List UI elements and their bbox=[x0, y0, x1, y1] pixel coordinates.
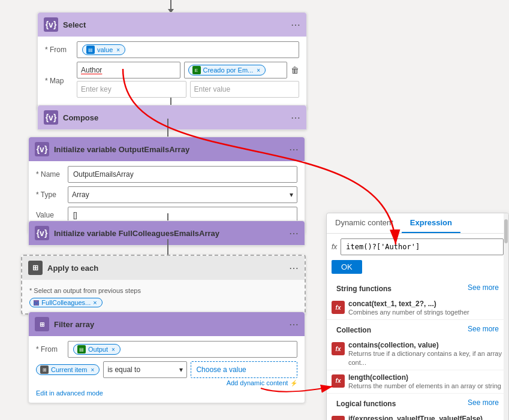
map-val-input[interactable]: E Creado por Em... × bbox=[184, 62, 288, 78]
value-label: Value bbox=[36, 211, 63, 219]
tab-expression[interactable]: Expression bbox=[402, 213, 460, 233]
select-output-label: * Select an output from previous steps bbox=[29, 285, 297, 295]
token-close-button[interactable]: × bbox=[116, 47, 120, 53]
select-from-row: * From ▤ value × bbox=[45, 41, 299, 58]
func-desc-length: Returns the number of elements in an arr… bbox=[348, 382, 504, 390]
apply-icon: ⊞ bbox=[28, 261, 43, 275]
map-label: * Map bbox=[45, 77, 72, 85]
apply-title: Apply to each bbox=[47, 264, 284, 273]
token-icon: ▤ bbox=[86, 46, 95, 54]
apply-menu-button[interactable]: ⋯ bbox=[289, 262, 299, 274]
func-text-concat: concat(text_1, text_2?, ...) Combines an… bbox=[348, 300, 504, 316]
full-icon: {v} bbox=[34, 300, 39, 306]
delete-map-row-button[interactable]: 🗑 bbox=[291, 65, 299, 75]
func-text-contains: contains(collection, value) Returns true… bbox=[348, 341, 504, 367]
compose-menu-button[interactable]: ⋯ bbox=[291, 112, 300, 123]
func-desc-contains: Returns true if a dictionary contains a … bbox=[348, 349, 504, 367]
expression-row: fx bbox=[327, 234, 508, 260]
current-item-token[interactable]: ⊞ Current item × bbox=[36, 364, 100, 375]
val-token-close[interactable]: × bbox=[257, 67, 260, 74]
compose-icon: {v} bbox=[44, 110, 58, 125]
select-card: {v} Select ⋯ * From ▤ value × * Map bbox=[37, 12, 307, 110]
apply-body: * Select an output from previous steps {… bbox=[22, 280, 305, 313]
choose-value-field[interactable]: Choose a value bbox=[191, 361, 297, 378]
apply-header: ⊞ Apply to each ⋯ bbox=[22, 256, 305, 280]
add-dynamic-button[interactable]: Add dynamic content bbox=[227, 378, 288, 388]
init-output-title: Initialize variable OutputEmailsArray bbox=[54, 145, 284, 154]
filter-from-row: * From ▤ Output × bbox=[36, 341, 297, 358]
string-see-more[interactable]: See more bbox=[468, 283, 504, 292]
collection-title: Collection bbox=[332, 322, 376, 336]
init-output-menu-button[interactable]: ⋯ bbox=[289, 144, 299, 155]
ci-icon: ⊞ bbox=[40, 365, 49, 374]
output-token[interactable]: ▤ Output × bbox=[73, 344, 121, 355]
filter-from-input[interactable]: ▤ Output × bbox=[68, 341, 297, 358]
filter-icon: ⊞ bbox=[35, 317, 49, 331]
type-dropdown[interactable]: Array ▾ bbox=[68, 186, 297, 203]
expression-input[interactable] bbox=[341, 238, 504, 255]
filter-title: Filter array bbox=[54, 320, 284, 329]
from-label: * From bbox=[45, 46, 72, 54]
collection-section: Collection See more bbox=[327, 320, 508, 338]
func-text-length: length(collection) Returns the number of… bbox=[348, 373, 504, 390]
edit-advanced-link[interactable]: Edit in advanced mode bbox=[36, 387, 297, 397]
func-icon-contains: fx bbox=[332, 342, 345, 355]
ci-close[interactable]: × bbox=[91, 367, 95, 373]
select-menu-button[interactable]: ⋯ bbox=[291, 19, 300, 31]
tab-dynamic-content[interactable]: Dynamic content bbox=[327, 213, 402, 233]
output-token-close[interactable]: × bbox=[112, 346, 115, 353]
val-token-icon: E bbox=[192, 66, 201, 74]
full-token-close[interactable]: × bbox=[93, 299, 97, 306]
filter-body: * From ▤ Output × ⊞ Current item × is eq… bbox=[29, 336, 305, 403]
scrollbar-thumb[interactable] bbox=[504, 219, 508, 243]
func-text-if: if(expression, valueIfTrue, valueIfFalse… bbox=[348, 415, 504, 420]
map-val-placeholder[interactable]: Enter value bbox=[190, 81, 300, 98]
func-name-if: if(expression, valueIfTrue, valueIfFalse… bbox=[348, 415, 504, 420]
filter-menu-button[interactable]: ⋯ bbox=[289, 319, 299, 330]
func-icon-length: fx bbox=[332, 374, 345, 388]
map-entry-row: Author E Creado por Em... × 🗑 bbox=[77, 62, 299, 78]
is-equal-dropdown[interactable]: is equal to ▾ bbox=[103, 361, 187, 378]
type-label: * Type bbox=[36, 191, 63, 199]
filter-header: ⊞ Filter array ⋯ bbox=[29, 312, 305, 336]
func-icon-concat: fx bbox=[332, 301, 345, 314]
fx-label: fx bbox=[332, 243, 337, 251]
name-label: * Name bbox=[36, 170, 63, 179]
scrollbar[interactable] bbox=[504, 213, 508, 420]
map-key-placeholder[interactable]: Enter key bbox=[77, 81, 186, 98]
string-functions-title: String functions bbox=[332, 281, 396, 294]
type-row: * Type Array ▾ bbox=[36, 186, 297, 203]
from-input[interactable]: ▤ value × bbox=[77, 41, 299, 58]
init-full-icon: {v} bbox=[35, 226, 49, 240]
string-functions-section: String functions See more bbox=[327, 279, 508, 297]
func-name-length: length(collection) bbox=[348, 373, 504, 382]
panel-tabs: Dynamic content Expression bbox=[327, 213, 508, 234]
name-input[interactable]: OutputEmailsArray bbox=[68, 166, 297, 183]
collection-see-more[interactable]: See more bbox=[468, 325, 504, 333]
add-dynamic-row: Add dynamic content ⚡ bbox=[36, 378, 297, 387]
val-token[interactable]: E Creado por Em... × bbox=[188, 65, 266, 75]
apply-each-card: ⊞ Apply to each ⋯ * Select an output fro… bbox=[21, 255, 306, 315]
func-name-concat: concat(text_1, text_2?, ...) bbox=[348, 300, 504, 308]
func-contains[interactable]: fx contains(collection, value) Returns t… bbox=[327, 338, 508, 370]
condition-row: ⊞ Current item × is equal to ▾ Choose a … bbox=[36, 361, 297, 378]
func-concat[interactable]: fx concat(text_1, text_2?, ...) Combines… bbox=[327, 297, 508, 320]
func-name-contains: contains(collection, value) bbox=[348, 341, 504, 349]
chevron-down-icon: ▾ bbox=[290, 191, 293, 199]
select-card-header: {v} Select ⋯ bbox=[38, 13, 306, 37]
init-full-menu-button[interactable]: ⋯ bbox=[289, 228, 299, 239]
ok-button[interactable]: OK bbox=[332, 260, 362, 274]
func-desc-concat: Combines any number of strings together bbox=[348, 308, 504, 316]
func-length[interactable]: fx length(collection) Returns the number… bbox=[327, 370, 508, 394]
value-token[interactable]: ▤ value × bbox=[82, 44, 125, 55]
func-if[interactable]: fx if(expression, valueIfTrue, valueIfFa… bbox=[327, 412, 508, 420]
logical-title: Logical functions bbox=[332, 396, 400, 409]
name-row: * Name OutputEmailsArray bbox=[36, 166, 297, 183]
output-icon: ▤ bbox=[77, 345, 86, 353]
init-output-header: {v} Initialize variable OutputEmailsArra… bbox=[29, 137, 305, 161]
init-output-icon: {v} bbox=[35, 142, 49, 156]
lightning-icon: ⚡ bbox=[290, 380, 297, 386]
full-colleagues-token[interactable]: {v} FullColleagues... × bbox=[29, 298, 103, 307]
map-key-value: Author bbox=[81, 66, 102, 74]
logical-see-more[interactable]: See more bbox=[468, 398, 504, 407]
